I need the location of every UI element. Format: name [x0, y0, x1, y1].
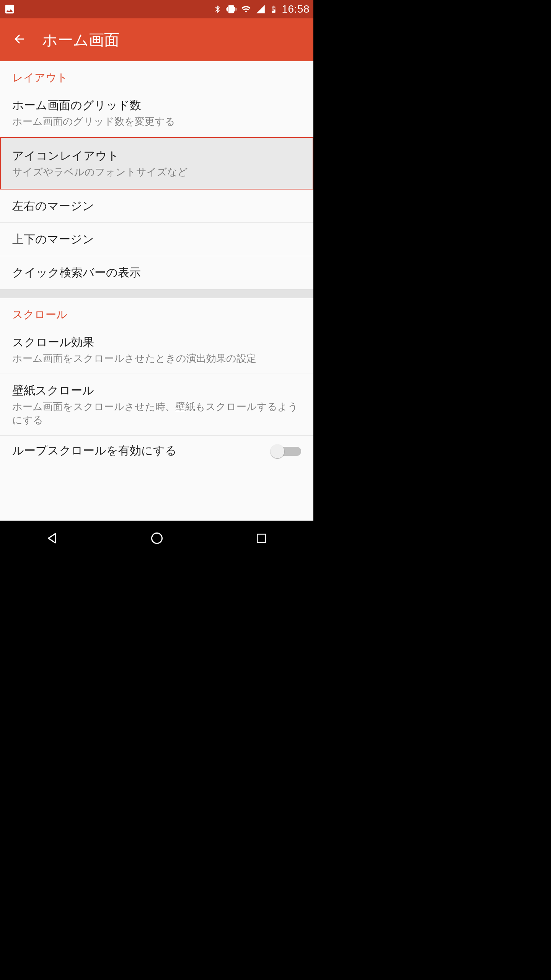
item-title: 左右のマージン	[12, 198, 301, 214]
battery-level: 57	[271, 8, 275, 12]
arrow-back-icon	[12, 32, 26, 47]
image-icon	[4, 3, 15, 15]
nav-recent-button[interactable]	[238, 528, 284, 550]
item-title: 上下のマージン	[12, 231, 301, 247]
circle-home-icon	[150, 531, 164, 547]
svg-point-0	[152, 533, 162, 544]
item-subtitle: ホーム画面をスクロールさせた時、壁紙もスクロールするようにする	[12, 400, 301, 427]
status-time: 16:58	[282, 3, 310, 15]
phone-screen: 57 16:58 ホーム画面 レイアウト ホーム画面のグリッド数 ホーム画面のグ…	[0, 0, 313, 557]
square-recent-icon	[255, 532, 267, 546]
navigation-bar	[0, 521, 313, 557]
triangle-back-icon	[46, 531, 59, 547]
item-subtitle: サイズやラベルのフォントサイズなど	[12, 165, 301, 179]
item-title: ループスクロールを有効にする	[12, 443, 271, 459]
loop-scroll-toggle[interactable]	[271, 444, 301, 457]
item-title: ホーム画面のグリッド数	[12, 97, 301, 113]
item-grid-size[interactable]: ホーム画面のグリッド数 ホーム画面のグリッド数を変更する	[0, 89, 313, 137]
item-title: クイック検索バーの表示	[12, 265, 301, 281]
item-title: 壁紙スクロール	[12, 382, 301, 399]
item-lr-margin[interactable]: 左右のマージン	[0, 189, 313, 223]
wifi-icon	[240, 4, 252, 14]
item-title: スクロール効果	[12, 334, 301, 350]
item-wallpaper-scroll[interactable]: 壁紙スクロール ホーム画面をスクロールさせた時、壁紙もスクロールするようにする	[0, 374, 313, 436]
item-icon-layout[interactable]: アイコンレイアウト サイズやラベルのフォントサイズなど	[0, 137, 313, 189]
svg-rect-1	[257, 534, 265, 542]
nav-home-button[interactable]	[134, 528, 180, 550]
settings-list[interactable]: レイアウト ホーム画面のグリッド数 ホーム画面のグリッド数を変更する アイコンレ…	[0, 61, 313, 521]
section-header-scroll: スクロール	[0, 298, 313, 326]
page-title: ホーム画面	[42, 29, 119, 51]
section-header-layout: レイアウト	[0, 61, 313, 89]
item-loop-scroll[interactable]: ループスクロールを有効にする	[0, 436, 313, 462]
vibrate-icon	[226, 4, 236, 15]
section-divider	[0, 289, 313, 298]
item-title: アイコンレイアウト	[12, 148, 301, 164]
back-button[interactable]	[8, 29, 30, 51]
nav-back-button[interactable]	[29, 528, 75, 550]
status-bar: 57 16:58	[0, 0, 313, 18]
signal-icon	[256, 4, 266, 14]
item-subtitle: ホーム画面をスクロールさせたときの演出効果の設定	[12, 352, 301, 365]
bluetooth-icon	[214, 4, 222, 15]
item-tb-margin[interactable]: 上下のマージン	[0, 223, 313, 256]
battery-icon: 57	[269, 4, 278, 15]
item-subtitle: ホーム画面のグリッド数を変更する	[12, 115, 301, 128]
switch-thumb	[271, 444, 284, 458]
app-bar: ホーム画面	[0, 18, 313, 61]
item-scroll-effect[interactable]: スクロール効果 ホーム画面をスクロールさせたときの演出効果の設定	[0, 326, 313, 374]
item-quick-search-bar[interactable]: クイック検索バーの表示	[0, 256, 313, 289]
